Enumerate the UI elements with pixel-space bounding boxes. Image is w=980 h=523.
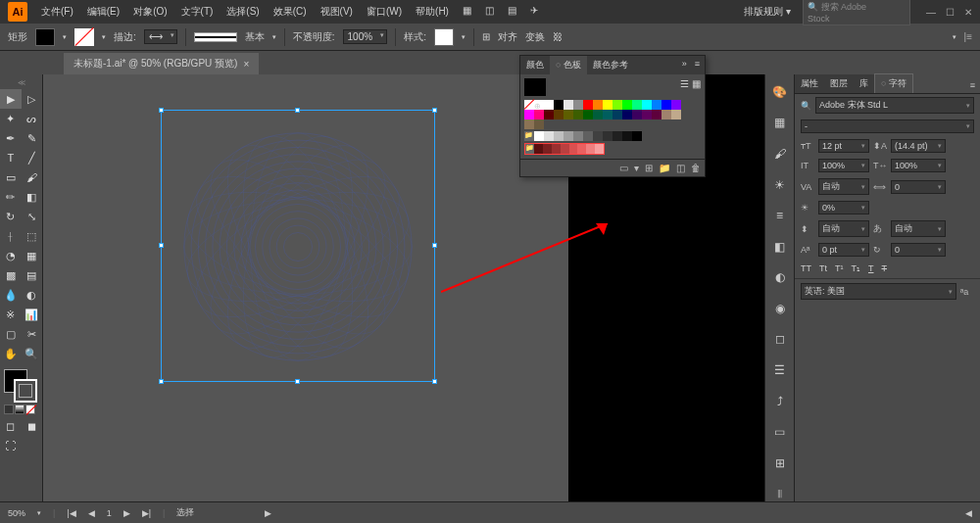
panel-menu-icon[interactable]: ≡ <box>965 77 980 93</box>
artboard-nav-first[interactable]: |◀ <box>67 508 75 518</box>
swatch[interactable] <box>564 131 573 141</box>
search-input[interactable]: 🔍 搜索 Adobe Stock <box>803 0 910 25</box>
swatch[interactable] <box>534 119 544 129</box>
tsume-field[interactable]: 自动 <box>818 220 869 237</box>
swatch[interactable] <box>652 110 662 119</box>
tab-layers[interactable]: 图层 <box>824 74 854 93</box>
artboard-nav-last[interactable]: ▶| <box>142 508 151 518</box>
appearance-panel-icon[interactable]: ◉ <box>771 301 789 316</box>
tab-libraries[interactable]: 库 <box>854 74 874 93</box>
stroke-panel-icon[interactable]: ≡ <box>771 208 789 223</box>
caps-tt2[interactable]: Tt <box>819 263 827 273</box>
document-tab[interactable]: 未标题-1.ai* @ 50% (RGB/GPU 预览) × <box>64 53 259 74</box>
swatch[interactable] <box>554 131 564 141</box>
stroke-weight[interactable]: ⟷ <box>144 29 177 44</box>
brushes-panel-icon[interactable]: 🖌 <box>771 146 789 162</box>
swatch[interactable]: 📁 <box>525 144 534 154</box>
swatch[interactable] <box>544 131 554 141</box>
swatch[interactable] <box>524 100 534 110</box>
swatch[interactable] <box>632 100 642 110</box>
swatch[interactable] <box>593 131 603 141</box>
delete-swatch-icon[interactable]: 🗑 <box>691 163 701 173</box>
transparency-panel-icon[interactable]: ◐ <box>771 269 789 285</box>
artboard-nav-next[interactable]: ▶ <box>123 508 130 518</box>
swatch[interactable] <box>544 100 554 110</box>
swatch[interactable] <box>671 100 681 110</box>
char-rotation-field[interactable]: 0 <box>891 243 946 257</box>
align-label[interactable]: 对齐 <box>498 30 517 44</box>
aki-field[interactable]: 自动 <box>891 220 946 237</box>
swatch[interactable] <box>583 100 593 110</box>
shape-builder-tool[interactable]: ◔ <box>0 246 22 265</box>
tab-character[interactable]: ○ 字符 <box>874 73 913 93</box>
strikethrough-icon[interactable]: T <box>882 263 888 273</box>
swatch[interactable] <box>534 110 544 119</box>
swatch[interactable] <box>586 144 595 154</box>
swatch[interactable] <box>612 100 622 110</box>
opacity-field[interactable]: 100% <box>343 29 388 44</box>
fill-swatch[interactable] <box>35 28 55 46</box>
swatch[interactable] <box>577 144 586 154</box>
symbols-panel-icon[interactable]: ☀ <box>771 177 789 193</box>
swatch[interactable] <box>554 100 564 110</box>
artboard-tool[interactable]: ▢ <box>0 324 22 344</box>
symbol-sprayer-tool[interactable]: ※ <box>0 305 22 324</box>
kerning-field[interactable]: 自动 <box>818 178 869 195</box>
swatches-menu-icon[interactable]: ≡ <box>690 56 705 74</box>
swatch-grid[interactable]: ⊕ <box>524 100 689 129</box>
swatches-panel-icon[interactable]: ▦ <box>771 116 789 131</box>
font-size-field[interactable]: 12 pt <box>818 139 869 153</box>
leading-field[interactable]: (14.4 pt) <box>891 139 946 153</box>
draw-mode-behind[interactable]: ◼ <box>22 416 43 436</box>
perspective-grid-tool[interactable]: ▦ <box>22 246 43 265</box>
swatch[interactable] <box>554 110 564 119</box>
document-setup-icon[interactable]: ⊞ <box>482 31 490 42</box>
swatch[interactable]: ⊕ <box>534 100 544 110</box>
arrange-icon[interactable]: ▤ <box>502 3 522 21</box>
swatch[interactable] <box>573 110 583 119</box>
swatch[interactable] <box>569 144 578 154</box>
swatch[interactable] <box>612 110 622 119</box>
magic-wand-tool[interactable]: ✦ <box>0 109 22 128</box>
layers-panel-icon[interactable]: ☰ <box>771 362 789 378</box>
swatch[interactable] <box>593 100 603 110</box>
stroke-profile[interactable] <box>194 32 237 42</box>
zoom-tool[interactable]: 🔍 <box>22 344 43 363</box>
menu-type[interactable]: 文字(T) <box>175 3 220 21</box>
pathfinder-panel-icon[interactable]: ⊞ <box>771 455 789 471</box>
zoom-level[interactable]: 50% <box>8 508 25 518</box>
swatch[interactable] <box>622 100 632 110</box>
char-opacity-field[interactable]: 0% <box>818 201 869 214</box>
pen-tool[interactable]: ✒ <box>0 128 22 148</box>
eraser-tool[interactable]: ◧ <box>22 187 43 207</box>
swatch[interactable]: 📁 <box>524 131 534 141</box>
swatch[interactable] <box>632 110 642 119</box>
vscale-field[interactable]: 100% <box>818 159 869 172</box>
eyedropper-tool[interactable]: 💧 <box>0 285 22 305</box>
style-swatch[interactable] <box>434 28 454 46</box>
scale-tool[interactable]: ⤡ <box>22 207 43 226</box>
grid-view-icon[interactable]: ▦ <box>692 78 701 96</box>
tab-swatches[interactable]: ○ 色板 <box>550 56 587 74</box>
language-field[interactable]: 英语: 美国 <box>801 283 956 300</box>
swatches-panel[interactable]: 颜色 ○ 色板 颜色参考 » ≡ ☰ ▦ ⊕ 📁 📁 ▭ ▾ ⊞ 📁 ◫ 🗑 <box>519 55 706 177</box>
show-swatch-kinds-icon[interactable]: ▾ <box>634 163 639 173</box>
swatch[interactable] <box>671 110 681 119</box>
menu-view[interactable]: 视图(V) <box>315 3 359 21</box>
menu-select[interactable]: 选择(S) <box>220 3 265 21</box>
new-color-group-icon[interactable]: 📁 <box>659 163 670 173</box>
swatch[interactable] <box>642 100 652 110</box>
highlighted-swatch-row[interactable]: 📁 <box>524 143 605 155</box>
gradient-panel-icon[interactable]: ◧ <box>771 239 789 255</box>
artboard-nav-prev[interactable]: ◀ <box>88 508 95 518</box>
swatch[interactable] <box>662 100 671 110</box>
swatch[interactable] <box>612 131 622 141</box>
rotate-tool[interactable]: ↻ <box>0 207 22 226</box>
superscript-icon[interactable]: T¹ <box>835 263 844 273</box>
artboard-number[interactable]: 1 <box>107 508 112 518</box>
lasso-tool[interactable]: ᔕ <box>22 109 43 128</box>
tab-properties[interactable]: 属性 <box>795 74 824 93</box>
selection-box[interactable] <box>161 110 435 382</box>
stock-icon[interactable]: ◫ <box>479 3 500 21</box>
menu-effect[interactable]: 效果(C) <box>268 3 313 21</box>
